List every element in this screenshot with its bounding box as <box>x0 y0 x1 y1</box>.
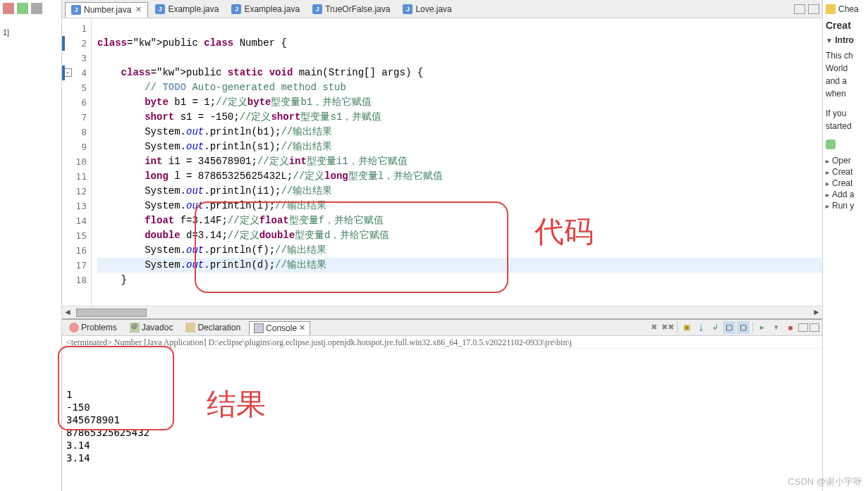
help-icon[interactable] <box>826 139 836 149</box>
cheatsheet-tab[interactable]: Chea <box>826 4 865 14</box>
vtab-label: Javadoc <box>142 323 173 332</box>
close-icon[interactable]: ✕ <box>299 323 305 332</box>
scroll-lock-icon[interactable]: ⭳ <box>695 321 707 334</box>
code-line[interactable]: float f=3.14F;//定义float型变量f，并给它赋值 <box>97 213 822 228</box>
cheatsheet-body: This ch World and a when <box>826 49 865 100</box>
console-output[interactable]: 1-150345678901878653256254323.143.14 结果 <box>62 349 822 491</box>
tab-javadoc[interactable]: @ Javadoc <box>126 321 178 334</box>
code-area[interactable]: class="kw">public class Number { class="… <box>92 18 822 306</box>
cheatsheet-step[interactable]: ▸ Oper <box>826 156 865 166</box>
remove-all-icon[interactable]: ✖✖ <box>661 321 674 334</box>
code-line[interactable]: byte b1 = 1;//定义byte型变量b1，并给它赋值 <box>97 95 822 110</box>
code-line[interactable]: } <box>97 273 822 287</box>
console-line: 345678901 <box>66 414 818 426</box>
console-toolbar: ✖ ✖✖ ▣ ⭳ ↲ ▢ ▢ ▸ ▾ ■ <box>647 321 819 334</box>
code-line[interactable]: // TODO Auto-generated method stub <box>97 80 822 95</box>
tab-example-java[interactable]: J Example.java <box>149 1 224 17</box>
code-line[interactable]: int i1 = 345678901;//定义int型变量i1，并给它赋值 <box>97 154 822 169</box>
console-line: -150 <box>66 401 818 414</box>
cheatsheet-icon <box>826 4 836 14</box>
tab-problems[interactable]: Problems <box>65 321 121 334</box>
vtab-label: Problems <box>81 323 117 332</box>
java-file-icon: J <box>312 4 322 14</box>
scroll-right-icon[interactable]: ► <box>811 307 822 318</box>
tab-label: Number.java <box>84 5 131 15</box>
code-line[interactable]: long l = 87865325625432L;//定义long型变量l，并给… <box>97 169 822 184</box>
code-line[interactable]: System.out.println(l);//输出结果 <box>97 199 822 213</box>
scroll-thumb[interactable] <box>76 309 147 317</box>
cheatsheet-step[interactable]: ▸ Creat <box>826 178 865 188</box>
package-explorer[interactable]: 1] <box>0 0 62 491</box>
code-line[interactable] <box>97 21 822 36</box>
console-line: 3.14 <box>66 439 818 452</box>
code-line[interactable]: short s1 = -150;//定义short型变量s1，并赋值 <box>97 110 822 125</box>
bottom-panel: Problems @ Javadoc Declaration Console ✕… <box>62 318 822 491</box>
cheatsheet-body: If you started <box>826 107 865 132</box>
tab-label: Example.java <box>168 4 219 14</box>
console-line: 87865325625432 <box>66 426 818 439</box>
cheatsheet-title: Creat <box>826 20 865 31</box>
close-icon[interactable]: ✕ <box>135 5 142 14</box>
cheatsheet-intro-heading[interactable]: ▼ Intro <box>826 35 865 45</box>
cheatsheet-step[interactable]: ▸ Creat <box>826 167 865 177</box>
minimize-icon[interactable] <box>798 323 808 332</box>
clear-console-icon[interactable]: ▣ <box>680 321 693 334</box>
toolbar-icon[interactable] <box>17 3 28 14</box>
pin-console-icon[interactable]: ▢ <box>723 321 735 334</box>
code-line[interactable]: System.out.println(s1);//输出结果 <box>97 139 822 154</box>
view-tabs: Problems @ Javadoc Declaration Console ✕… <box>62 320 822 336</box>
code-line[interactable]: System.out.println(i1);//输出结果 <box>97 184 822 199</box>
tree-item[interactable]: 1] <box>3 28 59 37</box>
vtab-label: Declaration <box>197 323 240 332</box>
scroll-left-icon[interactable]: ◄ <box>62 307 73 318</box>
code-editor[interactable]: 1234−56789101112131415161718 class="kw">… <box>62 18 822 306</box>
code-line[interactable]: class="kw">public class Number { <box>97 36 822 51</box>
code-line[interactable]: System.out.println(b1);//输出结果 <box>97 125 822 139</box>
tab-examplea-java[interactable]: J Examplea.java <box>226 1 305 17</box>
new-console-icon[interactable]: ▾ <box>770 321 783 334</box>
code-line[interactable]: class="kw">public static void main(Strin… <box>97 66 822 80</box>
cheatsheet-step[interactable]: ▸ Add a <box>826 189 865 199</box>
watermark: CSDN @谢小宇呀 <box>788 476 862 488</box>
java-file-icon: J <box>403 4 412 14</box>
java-file-icon: J <box>231 4 241 14</box>
console-line: 3.14 <box>66 452 818 464</box>
terminate-icon[interactable]: ■ <box>784 321 797 334</box>
java-file-icon: J <box>71 5 81 15</box>
tab-label: TrueOrFalse.java <box>325 4 390 14</box>
toolbar-icon[interactable] <box>3 3 14 14</box>
maximize-icon[interactable] <box>808 4 819 14</box>
word-wrap-icon[interactable]: ↲ <box>709 321 721 334</box>
code-line[interactable] <box>97 51 822 66</box>
javadoc-icon: @ <box>130 323 140 332</box>
console-launch-info: <terminated> Number [Java Application] D… <box>62 336 822 349</box>
tab-love-java[interactable]: J Love.java <box>397 1 457 17</box>
cheatsheet-panel[interactable]: Chea Creat ▼ Intro This ch World and a w… <box>822 0 868 491</box>
horizontal-scrollbar[interactable]: ◄ ► <box>62 306 822 318</box>
tab-trueorfalse-java[interactable]: J TrueOrFalse.java <box>307 1 396 17</box>
maximize-icon[interactable] <box>809 323 819 332</box>
console-line: 1 <box>66 388 818 401</box>
minimize-icon[interactable] <box>794 4 805 14</box>
tab-declaration[interactable]: Declaration <box>181 321 245 334</box>
toolbar-icon[interactable] <box>31 3 42 14</box>
code-line[interactable]: System.out.println(f);//输出结果 <box>97 243 822 258</box>
code-line[interactable]: double d=3.14;//定义double型变量d，并给它赋值 <box>97 228 822 243</box>
vtab-label: Console <box>266 323 297 333</box>
java-file-icon: J <box>155 4 165 14</box>
cheatsheet-tab-label: Chea <box>838 4 859 14</box>
open-console-icon[interactable]: ▸ <box>756 321 769 334</box>
display-console-icon[interactable]: ▢ <box>737 321 750 334</box>
code-line[interactable]: System.out.println(d);//输出结果 <box>97 258 822 273</box>
tab-label: Examplea.java <box>244 4 300 14</box>
cheatsheet-step[interactable]: ▸ Run y <box>826 201 865 211</box>
problems-icon <box>69 323 79 332</box>
line-gutter: 1234−56789101112131415161718 <box>62 18 92 306</box>
tab-console[interactable]: Console ✕ <box>249 321 310 335</box>
declaration-icon <box>185 323 195 332</box>
tab-label: Love.java <box>415 4 451 14</box>
editor-tabs: J Number.java ✕ J Example.java J Example… <box>62 0 822 18</box>
tab-number-java[interactable]: J Number.java ✕ <box>65 2 148 18</box>
console-icon <box>254 323 264 333</box>
remove-launch-icon[interactable]: ✖ <box>647 321 660 334</box>
